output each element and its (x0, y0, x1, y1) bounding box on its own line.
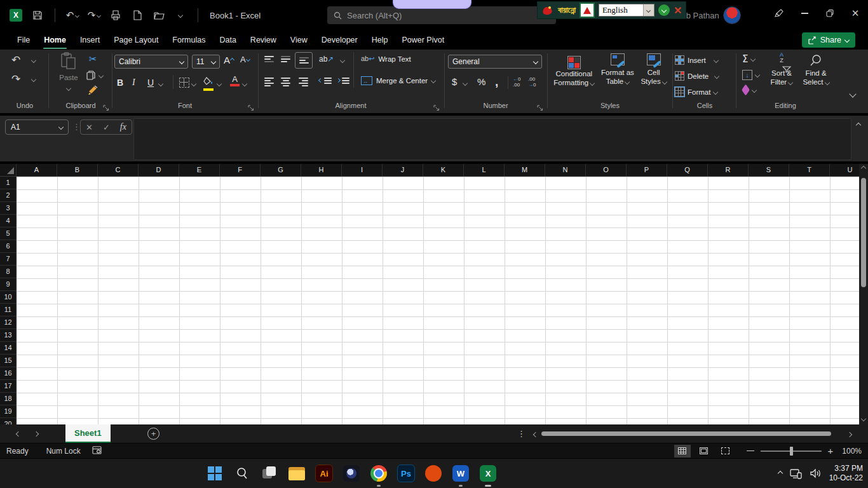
sheetbar-menu-dots-icon[interactable]: ⋮ (517, 429, 526, 438)
restore-button[interactable] (817, 4, 843, 23)
row-header-4[interactable]: 4 (0, 215, 16, 227)
row-header-16[interactable]: 16 (0, 367, 16, 380)
close-button[interactable]: ✕ (843, 4, 868, 23)
increase-font-size-button[interactable]: A (224, 55, 234, 65)
column-header-c[interactable]: C (98, 164, 139, 176)
alignment-dialog-launcher-icon[interactable] (433, 105, 440, 111)
zoom-out-icon[interactable] (747, 451, 754, 452)
row-header-6[interactable]: 6 (0, 240, 16, 253)
word-icon[interactable]: W (451, 464, 470, 483)
column-header-a[interactable]: A (17, 164, 57, 176)
decrease-indent-icon[interactable] (319, 78, 332, 84)
share-button[interactable]: Share (802, 32, 855, 48)
cancel-entry-icon[interactable]: ✕ (86, 123, 93, 132)
language-select-arrow-icon[interactable] (643, 4, 654, 16)
collapse-ribbon-icon[interactable] (849, 90, 856, 97)
ribbon-tab-formulas[interactable]: Formulas (165, 32, 212, 48)
ribbon-tab-review[interactable]: Review (243, 32, 283, 48)
row-header-17[interactable]: 17 (0, 380, 16, 393)
row-header-2[interactable]: 2 (0, 189, 16, 202)
search-input[interactable]: Search (Alt+Q) (327, 6, 556, 24)
hscroll-left-icon[interactable] (533, 432, 538, 437)
column-header-b[interactable]: B (57, 164, 98, 176)
save-icon[interactable] (29, 7, 46, 24)
font-dialog-launcher-icon[interactable] (248, 105, 254, 111)
firefox-icon[interactable] (424, 464, 443, 483)
row-header-11[interactable]: 11 (0, 304, 16, 316)
ribbon-tab-developer[interactable]: Developer (315, 32, 365, 48)
undo-chevron-icon[interactable] (31, 58, 36, 63)
delete-cells-button[interactable]: Delete (675, 68, 735, 84)
scroll-up-icon[interactable] (861, 166, 866, 171)
copy-icon[interactable] (86, 70, 97, 83)
start-button-icon[interactable] (205, 464, 224, 483)
autosum-button[interactable]: Σ (742, 53, 755, 65)
sheet-tab-sheet1[interactable]: Sheet1 (65, 424, 111, 443)
ribbon-tab-page-layout[interactable]: Page Layout (107, 32, 165, 48)
column-header-p[interactable]: P (627, 164, 667, 176)
normal-view-button[interactable] (674, 445, 691, 458)
row-header-8[interactable]: 8 (0, 266, 16, 278)
orientation-icon[interactable]: ab↗ (319, 55, 334, 64)
merge-center-button[interactable]: ↔ Merge & Center (361, 76, 435, 85)
redo-chevron-icon[interactable] (31, 77, 36, 82)
column-header-g[interactable]: G (261, 164, 301, 176)
column-header-o[interactable]: O (586, 164, 627, 176)
redo-button[interactable]: ↷ (11, 72, 20, 85)
row-header-1[interactable]: 1 (0, 177, 16, 189)
ribbon-tab-insert[interactable]: Insert (73, 32, 107, 48)
row-header-12[interactable]: 12 (0, 316, 16, 329)
column-header-u[interactable]: U (830, 164, 859, 176)
bottom-align-icon[interactable] (295, 52, 313, 69)
column-header-f[interactable]: F (220, 164, 261, 176)
column-header-j[interactable]: J (383, 164, 423, 176)
format-as-table-button[interactable]: Format as Table (599, 53, 636, 86)
cast-display-icon[interactable] (790, 468, 802, 479)
number-dialog-launcher-icon[interactable] (537, 105, 543, 111)
taskbar-clock[interactable]: 3:37 PM 10-Oct-22 (829, 464, 863, 483)
collapse-formula-bar-icon[interactable] (856, 123, 861, 128)
undo-icon[interactable]: ↶ (64, 7, 81, 24)
sort-filter-button[interactable]: AZ Sort & Filter (765, 52, 798, 86)
tray-expand-icon[interactable] (777, 471, 782, 476)
taskbar-search-icon[interactable] (233, 464, 252, 483)
insert-function-icon[interactable]: fx (120, 122, 126, 132)
column-header-e[interactable]: E (179, 164, 220, 176)
insert-cells-button[interactable]: Insert (675, 52, 735, 68)
ribbon-tab-file[interactable]: File (10, 32, 37, 48)
clipboard-dialog-launcher-icon[interactable] (103, 105, 109, 111)
column-header-k[interactable]: K (423, 164, 464, 176)
decrease-decimal-icon[interactable]: .00→0 (528, 76, 536, 88)
column-header-q[interactable]: Q (667, 164, 708, 176)
langbar-close-icon[interactable]: ✕ (674, 4, 682, 17)
decrease-font-size-button[interactable]: A (240, 55, 250, 64)
column-header-l[interactable]: L (464, 164, 505, 176)
wrap-text-button[interactable]: ab↩ Wrap Text (361, 55, 411, 63)
row-header-14[interactable]: 14 (0, 342, 16, 355)
copy-chevron-icon[interactable] (98, 73, 104, 78)
underline-button[interactable]: U (147, 78, 154, 88)
bold-button[interactable]: B (117, 78, 123, 88)
customize-quick-access-icon[interactable] (172, 7, 189, 24)
comma-style-button[interactable]: , (495, 75, 498, 89)
user-avatar[interactable] (723, 6, 741, 24)
vertical-scroll-thumb[interactable] (861, 178, 866, 287)
redo-icon[interactable]: ↷ (86, 7, 102, 24)
underline-chevron-icon[interactable] (158, 81, 163, 86)
align-right-icon[interactable] (299, 78, 308, 86)
middle-align-icon[interactable] (281, 56, 290, 62)
macro-record-icon[interactable] (92, 446, 102, 456)
row-header-9[interactable]: 9 (0, 278, 16, 291)
row-header-20[interactable]: 20 (0, 418, 16, 424)
column-header-i[interactable]: I (342, 164, 383, 176)
zoom-in-icon[interactable]: + (828, 448, 834, 454)
accounting-format-button[interactable]: $ (452, 76, 457, 87)
name-box[interactable]: A1 (5, 119, 69, 135)
undo-button[interactable]: ↶ (11, 53, 20, 66)
photoshop-icon[interactable]: Ps (397, 464, 416, 483)
top-align-icon[interactable] (264, 56, 274, 62)
ribbon-tab-home[interactable]: Home (37, 32, 73, 48)
open-folder-icon[interactable] (151, 7, 167, 24)
excel-app-icon[interactable]: X (8, 7, 24, 24)
vertical-scrollbar[interactable] (859, 164, 868, 424)
